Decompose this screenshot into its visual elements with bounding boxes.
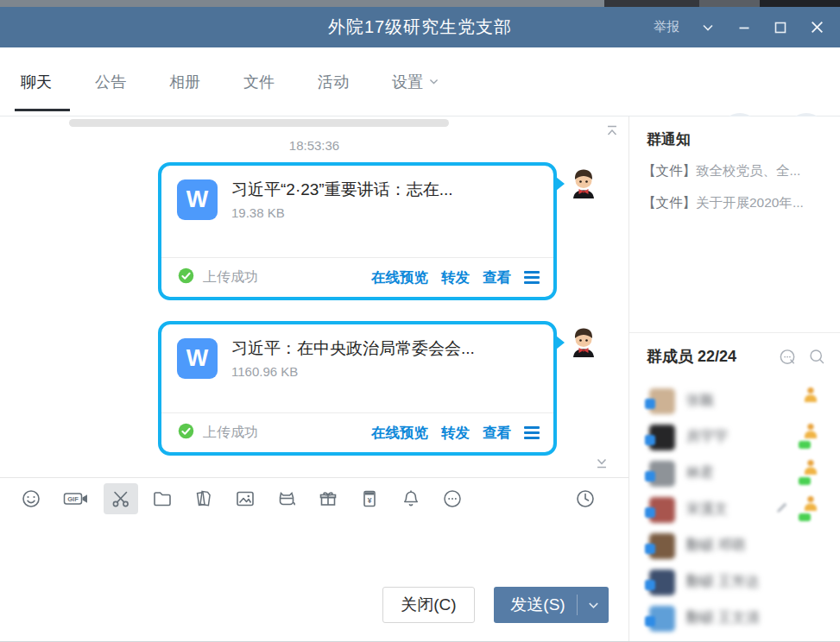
close-chat-button[interactable]: 关闭(C) (382, 587, 475, 623)
online-indicator (799, 513, 811, 521)
file-message-bubble[interactable]: W 习近平：在中央政治局常委会会... 1160.96 KB 上传成功 (158, 321, 557, 456)
report-link[interactable]: 举报 (654, 19, 679, 35)
bubble-tail (556, 177, 565, 191)
notice-tag: 【文件】 (642, 195, 696, 210)
message-input[interactable] (0, 519, 628, 585)
send-file-folder-icon[interactable] (145, 483, 180, 514)
tab-files[interactable]: 文件 (243, 47, 275, 116)
file-name[interactable]: 习近平“2·23”重要讲话：志在... (231, 179, 453, 201)
emoji-icon[interactable] (14, 483, 48, 514)
message-timestamp: 18:53:36 (0, 138, 628, 153)
member-row[interactable]: 宋溪文 (629, 493, 840, 529)
maximize-button[interactable] (766, 13, 795, 42)
panel-divider (629, 332, 840, 333)
file-name[interactable]: 习近平：在中央政治局常委会会... (231, 337, 475, 360)
file-menu-icon[interactable] (524, 271, 540, 284)
member-badge (645, 471, 655, 482)
member-row[interactable]: 翻硕 王文清 (629, 601, 840, 638)
online-preview-link[interactable]: 在线预览 (371, 424, 428, 443)
member-name: 翻硕 王芳达 (686, 573, 759, 591)
notice-item[interactable]: 【文件】致全校党员、全... (642, 162, 834, 180)
gif-icon[interactable]: GIF (55, 483, 97, 514)
edit-pencil-icon (774, 500, 790, 519)
mobile-online-icon (803, 494, 818, 515)
minimize-button[interactable] (729, 13, 759, 42)
forward-link[interactable]: 转发 (441, 268, 470, 287)
online-preview-link[interactable]: 在线预览 (371, 268, 428, 287)
member-name: 翻硕 王文清 (686, 609, 759, 627)
mobile-online-icon (803, 458, 818, 479)
group-side-panel: 群通知 【文件】致全校党员、全... 【文件】关于开展2020年... 群成员 … (628, 116, 840, 642)
member-row[interactable]: 翻硕 王芳达 (629, 565, 840, 601)
tab-label: 活动 (318, 72, 349, 92)
send-label[interactable]: 发送(S) (494, 594, 577, 616)
member-name: 翻硕 邓萌 (686, 537, 745, 555)
sticker-cat-icon[interactable] (269, 483, 304, 514)
documents-icon[interactable] (186, 483, 221, 514)
file-message-bubble[interactable]: W 习近平“2·23”重要讲话：志在... 19.38 KB 上传成功 (158, 162, 557, 300)
tab-announcement[interactable]: 公告 (95, 47, 126, 116)
sender-avatar[interactable] (566, 323, 601, 357)
forward-link[interactable]: 转发 (441, 424, 470, 443)
tab-bar: 聊天 公告 相册 文件 活动 设置 (0, 47, 840, 116)
mobile-online-icon (803, 422, 818, 443)
member-badge (645, 435, 655, 445)
member-badge (645, 580, 655, 590)
background-segment (604, 0, 699, 7)
member-row[interactable]: 林君 (629, 456, 840, 493)
member-badge (645, 507, 655, 518)
gift-icon[interactable] (311, 483, 345, 514)
tab-label: 聊天 (21, 72, 52, 92)
sender-avatar[interactable] (566, 164, 601, 198)
online-indicator (799, 441, 811, 449)
tab-label: 文件 (243, 72, 275, 92)
tab-activities[interactable]: 活动 (318, 47, 349, 116)
tab-settings[interactable]: 设置 (392, 47, 439, 116)
notice-item[interactable]: 【文件】关于开展2020年... (642, 194, 834, 212)
member-row[interactable]: 房宇宇 (629, 420, 840, 456)
member-search-icon[interactable] (808, 348, 826, 369)
tab-label: 公告 (95, 72, 126, 92)
chevron-down-icon (428, 73, 439, 91)
view-link[interactable]: 查看 (483, 268, 511, 287)
chat-column: 18:53:36 W 习近平“2·23”重要讲话：志在... 19.38 KB (0, 116, 628, 642)
tab-chat[interactable]: 聊天 (21, 47, 52, 116)
member-row[interactable]: 翻硕 邓萌 (629, 529, 840, 565)
tab-label: 设置 (392, 72, 423, 92)
svg-text:GIF: GIF (67, 495, 79, 503)
blurred-notice-bar (69, 119, 449, 127)
footer-actions: 关闭(C) 发送(S) (0, 585, 628, 642)
bell-icon[interactable] (394, 483, 428, 514)
send-button[interactable]: 发送(S) (494, 587, 609, 623)
notice-text: 关于开展2020年... (696, 195, 804, 210)
word-file-icon: W (177, 338, 218, 379)
file-menu-icon[interactable] (524, 426, 540, 439)
message-history-icon[interactable] (568, 483, 603, 514)
scroll-to-bottom-icon[interactable] (594, 455, 609, 474)
send-options-chevron-icon[interactable] (578, 599, 609, 612)
active-tab-underline (15, 109, 70, 111)
qq-group-chat-window: 外院17级研究生党支部 举报 聊天 公告 相册 文件 (0, 0, 840, 642)
close-button[interactable] (802, 13, 831, 42)
background-segment (760, 0, 840, 7)
red-packet-icon[interactable]: ¥ (352, 483, 387, 514)
file-type-letter: W (186, 186, 208, 213)
chat-message-area[interactable]: 18:53:36 W 习近平“2·23”重要讲话：志在... 19.38 KB (0, 116, 628, 477)
view-link[interactable]: 查看 (483, 424, 511, 443)
member-row[interactable]: 张颖 (629, 384, 840, 420)
member-name: 张颖 (686, 392, 714, 410)
tab-album[interactable]: 相册 (169, 47, 200, 116)
members-label: 群成员 (647, 348, 693, 365)
upload-status: 上传成功 (203, 268, 258, 286)
member-options-icon[interactable] (778, 348, 798, 371)
screenshot-scissors-icon[interactable] (104, 483, 138, 514)
more-tools-icon[interactable] (435, 483, 470, 514)
svg-text:¥: ¥ (368, 495, 372, 504)
member-badge (645, 544, 655, 554)
image-icon[interactable] (228, 483, 262, 514)
window-menu-chevron-icon[interactable] (693, 13, 723, 42)
success-check-icon (177, 267, 195, 288)
members-count: 22/24 (698, 348, 736, 365)
file-size: 1160.96 KB (231, 364, 475, 379)
group-members-title: 群成员 22/24 (647, 346, 736, 367)
